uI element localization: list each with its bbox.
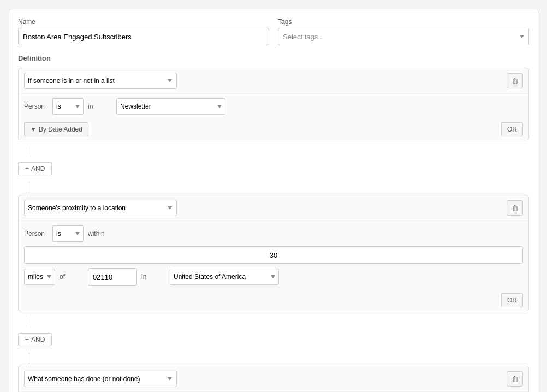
delete-button-1[interactable]: 🗑 [507, 73, 523, 88]
name-label: Name [18, 18, 269, 26]
in-label-1: in [88, 103, 112, 110]
definition-label: Definition [18, 54, 529, 62]
list-select-1[interactable]: Newsletter [116, 98, 225, 115]
miles-select-2[interactable]: miles km [24, 269, 55, 285]
zip-input-2[interactable] [88, 268, 137, 286]
and-connector-2b [18, 353, 529, 364]
by-date-filter-btn-1[interactable]: ▼ By Date Added [24, 122, 88, 136]
condition-block-3: What someone has done (or not done) 🗑 Ha… [18, 366, 529, 392]
or-button-2[interactable]: OR [501, 293, 523, 307]
person-label-1: Person [24, 103, 48, 110]
delete-button-3[interactable]: 🗑 [507, 371, 523, 387]
of-label-2: of [60, 273, 84, 281]
tags-select[interactable]: Select tags... [278, 28, 529, 45]
condition-block-1: If someone is in or not in a list 🗑 Pers… [18, 68, 529, 140]
and-btn-2: + AND [18, 329, 529, 351]
country-select-2[interactable]: United States of America [170, 269, 279, 285]
plus-icon-2: + [25, 336, 29, 343]
condition-header-left-3: What someone has done (or not done) [24, 371, 507, 387]
condition-header-2: Someone's proximity to a location 🗑 [19, 195, 528, 221]
and-button-1[interactable]: + AND [18, 162, 52, 175]
and-connector-1 [18, 145, 529, 156]
condition-type-select-1[interactable]: If someone is in or not in a list [24, 73, 177, 89]
and-button-2[interactable]: + AND [18, 333, 52, 346]
condition-footer-1: ▼ By Date Added OR [19, 119, 528, 140]
or-button-1[interactable]: OR [501, 122, 523, 136]
filter-icon-1: ▼ [30, 126, 37, 133]
condition-block-2: Someone's proximity to a location 🗑 Pers… [18, 195, 529, 311]
condition-type-select-3[interactable]: What someone has done (or not done) [24, 371, 177, 387]
is-select-2[interactable]: is is not [52, 225, 84, 242]
main-container: Name Tags Select tags... Definition If s… [9, 9, 538, 392]
miles-input-2[interactable] [24, 246, 523, 264]
condition-row-2: Person is is not within miles km of in U… [19, 221, 528, 290]
condition-type-select-2[interactable]: Someone's proximity to a location [24, 200, 177, 216]
condition-header-3: What someone has done (or not done) 🗑 [19, 366, 528, 392]
name-input[interactable] [18, 28, 269, 45]
person-label-2: Person [24, 230, 48, 237]
and-connector-1b [18, 182, 529, 193]
is-select-1[interactable]: is is not [52, 98, 84, 115]
condition-footer-2: OR [19, 290, 528, 311]
condition-header-left-2: Someone's proximity to a location [24, 200, 507, 216]
name-section: Name [18, 18, 269, 45]
tags-section: Tags Select tags... [278, 18, 529, 45]
plus-icon-1: + [25, 165, 29, 173]
condition-header-left-1: If someone is in or not in a list [24, 73, 507, 89]
and-connector-2 [18, 316, 529, 326]
tags-label: Tags [278, 18, 529, 26]
condition-row-1: Person is is not in Newsletter [19, 94, 528, 119]
top-row: Name Tags Select tags... [18, 18, 529, 45]
and-btn-1: + AND [18, 158, 529, 180]
in-label-2: in [141, 273, 165, 281]
delete-button-2[interactable]: 🗑 [507, 200, 523, 216]
within-label-2: within [88, 230, 112, 237]
condition-header-1: If someone is in or not in a list 🗑 [19, 68, 528, 94]
